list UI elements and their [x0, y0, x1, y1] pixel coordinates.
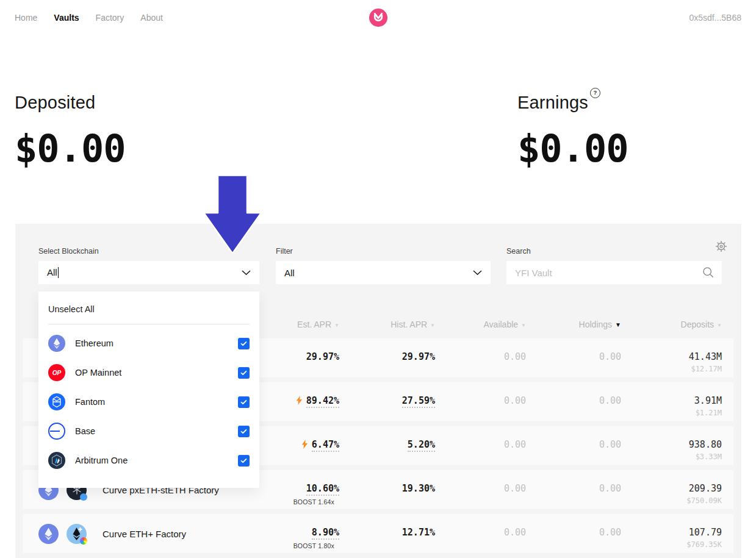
chevron-down-icon — [242, 270, 251, 275]
vault-name: Curve ETH+ Factory — [103, 529, 186, 539]
est-apr-cell: 89.42% — [248, 382, 339, 421]
col-header-available[interactable]: Available▼ — [435, 320, 526, 329]
available-cell: 0.00 — [435, 382, 526, 421]
fantom-icon — [48, 393, 65, 410]
chain-label-arbitrum-one: Arbitrum One — [75, 456, 238, 465]
ethereum-icon — [48, 335, 65, 352]
holdings-cell: 0.00 — [526, 382, 621, 421]
col-header-label: Deposits — [681, 320, 714, 329]
deposits-cell: 3.91M$1.21M — [621, 382, 722, 421]
ethplus-token-icon — [67, 524, 87, 544]
hist-apr-value: 29.97% — [402, 351, 435, 362]
blockchain-select[interactable]: All — [38, 261, 259, 284]
checkbox-fantom[interactable] — [238, 396, 250, 408]
op-mainnet-icon: OP — [48, 364, 65, 381]
yearn-logo-icon[interactable] — [369, 9, 387, 27]
nav-link-vaults[interactable]: Vaults — [54, 13, 79, 23]
boost-label: BOOST 1.80x — [248, 542, 339, 549]
deposits-value: 3.91M — [621, 395, 722, 406]
col-header-deposits[interactable]: Deposits▼ — [621, 320, 722, 329]
sort-arrow-icon: ▼ — [334, 323, 339, 328]
deposits-value: 41.43M — [621, 351, 722, 362]
vault-name-cell: Curve ETH+ Factory — [38, 514, 248, 553]
est-apr-cell: 29.97% — [248, 338, 339, 377]
col-header-label: Available — [484, 320, 519, 329]
deposits-cell: 938.80$3.33M — [621, 426, 722, 465]
deposits-usd-value: $1.21M — [621, 409, 722, 417]
col-header-label: Est. APR — [297, 320, 331, 329]
chain-item-fantom[interactable]: Fantom — [48, 387, 250, 417]
holdings-cell: 0.00 — [526, 338, 621, 377]
checkbox-ethereum[interactable] — [238, 338, 250, 349]
earnings-value: $0.00 — [517, 126, 628, 171]
search-input[interactable] — [514, 267, 702, 279]
holdings-cell: 0.00 — [526, 470, 621, 509]
available-cell: 0.00 — [435, 338, 526, 377]
est-apr-value: 89.42% — [306, 395, 339, 408]
est-apr-value: 10.60% — [306, 483, 339, 496]
boost-bolt-icon — [301, 440, 308, 449]
sort-arrow-icon: ▼ — [717, 323, 722, 328]
nav-link-about[interactable]: About — [140, 13, 163, 23]
chain-item-base[interactable]: Base — [48, 417, 250, 446]
wallet-address[interactable]: 0x5sdf...5B68 — [689, 13, 741, 23]
deposits-cell: 41.43M$12.17M — [621, 338, 722, 377]
vaults-page: HomeVaultsFactoryAbout 0x5sdf...5B68 Dep… — [0, 0, 756, 558]
holdings-cell: 0.00 — [526, 514, 621, 553]
checkbox-op-mainnet[interactable] — [238, 367, 250, 379]
filter-label: Filter — [276, 247, 491, 256]
sort-arrow-icon: ▼ — [615, 321, 621, 328]
table-row-curve-eth-factory[interactable]: Curve ETH+ Factory8.90%BOOST 1.80x12.71%… — [23, 514, 733, 553]
chain-item-ethereum[interactable]: Ethereum — [48, 329, 250, 358]
checkbox-arbitrum-one[interactable] — [238, 455, 250, 467]
sort-arrow-icon: ▼ — [430, 323, 435, 328]
search-group: Search — [506, 247, 722, 284]
col-header-hist-apr[interactable]: Hist. APR▼ — [339, 320, 435, 329]
est-apr-value: 29.97% — [306, 351, 339, 362]
filter-select-value: All — [284, 268, 295, 278]
hist-apr-cell: 29.97% — [339, 338, 435, 377]
deposits-value: 107.79 — [621, 527, 722, 538]
vaults-panel: Select Blockchain All Filter All Search — [15, 224, 741, 558]
nav-link-home[interactable]: Home — [15, 13, 37, 23]
boost-bolt-icon — [296, 396, 303, 405]
est-apr-cell: 8.90%BOOST 1.80x — [248, 514, 339, 553]
search-box — [506, 261, 722, 284]
available-cell: 0.00 — [435, 514, 526, 553]
hist-apr-value: 27.59% — [402, 395, 435, 408]
unselect-all-button[interactable]: Unselect All — [48, 292, 250, 324]
ethereum-chain-icon — [38, 524, 59, 544]
search-label: Search — [506, 247, 722, 256]
chain-label-fantom: Fantom — [75, 397, 238, 407]
chain-label-base: Base — [75, 426, 238, 436]
checkbox-base[interactable] — [238, 426, 250, 437]
est-apr-value: 8.90% — [312, 527, 339, 540]
top-navbar: HomeVaultsFactoryAbout 0x5sdf...5B68 — [0, 0, 756, 35]
col-header-est-apr[interactable]: Est. APR▼ — [248, 320, 339, 329]
deposited-summary: Deposited $0.00 — [15, 93, 126, 171]
hist-apr-value: 19.30% — [402, 483, 435, 494]
earnings-label: Earnings? — [517, 93, 628, 113]
help-icon[interactable]: ? — [590, 88, 600, 98]
col-header-holdings[interactable]: Holdings▼ — [526, 320, 621, 329]
sort-arrow-icon: ▼ — [521, 323, 526, 328]
filter-select[interactable]: All — [276, 261, 491, 284]
nav-link-factory[interactable]: Factory — [96, 13, 124, 23]
available-cell: 0.00 — [435, 426, 526, 465]
hist-apr-value: 12.71% — [402, 527, 435, 538]
filter-group: Filter All — [276, 247, 491, 284]
hist-apr-cell: 12.71% — [339, 514, 435, 553]
hist-apr-cell: 27.59% — [339, 382, 435, 421]
text-cursor — [58, 267, 59, 278]
deposits-cell: 209.39$750.09K — [621, 470, 722, 509]
deposits-usd-value: $769.35K — [621, 540, 722, 549]
deposits-value: 938.80 — [621, 439, 722, 450]
chevron-down-icon — [473, 270, 482, 275]
chain-item-arbitrum-one[interactable]: Arbitrum One — [48, 446, 250, 475]
chain-label-ethereum: Ethereum — [75, 338, 238, 348]
chain-item-op-mainnet[interactable]: OPOP Mainnet — [48, 358, 250, 387]
blockchain-filter-label: Select Blockchain — [38, 247, 259, 256]
deposits-cell: 107.79$769.35K — [621, 514, 722, 553]
deposited-label: Deposited — [15, 93, 126, 113]
col-header-label: Hist. APR — [391, 320, 427, 329]
